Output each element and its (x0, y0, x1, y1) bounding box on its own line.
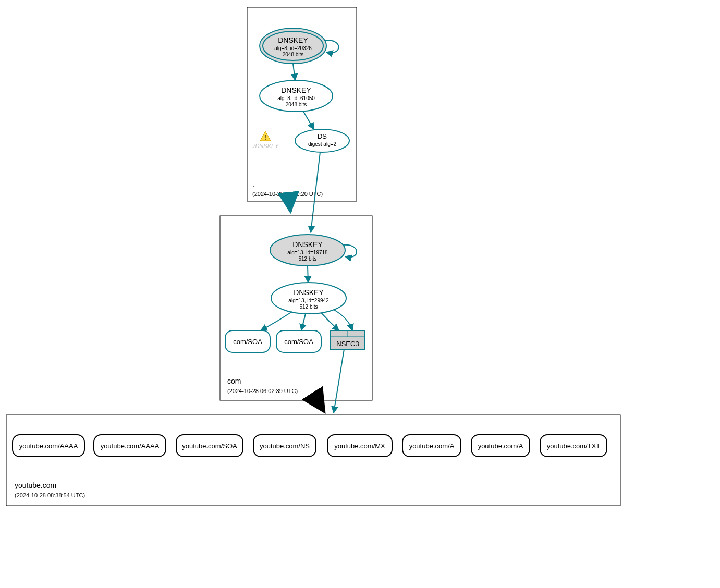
leaf-rr-1: youtube.com/AAAA (94, 435, 166, 457)
root-dnskey-ksk: DNSKEY alg=8, id=20326 2048 bits (260, 28, 326, 64)
root-ksk-l1: alg=8, id=20326 (274, 45, 312, 51)
edge-root-to-com-thick (289, 201, 290, 212)
edge-com-nsec3-to-leaf (334, 349, 344, 413)
com-nsec3-label: NSEC3 (336, 340, 359, 348)
svg-text:!: ! (264, 134, 266, 141)
com-ksk-l1: alg=13, id=19718 (287, 250, 328, 255)
com-zsk-l2: 512 bits (299, 304, 318, 310)
leaf-rr-7-label: youtube.com/TXT (547, 442, 601, 450)
leaf-rr-2-label: youtube.com/SOA (182, 442, 237, 450)
edge-com-zsk-nsec3-a (321, 313, 339, 330)
zone-leaf: youtube.com (2024-10-28 08:38:54 UTC) yo… (6, 415, 620, 506)
com-zsk-title: DNSKEY (294, 288, 324, 297)
com-ksk-title: DNSKEY (292, 240, 323, 249)
com-dnskey-ksk: DNSKEY alg=13, id=19718 512 bits (270, 235, 345, 266)
leaf-rr-6-label: youtube.com/A (478, 442, 523, 450)
leaf-rr-5-label: youtube.com/A (409, 442, 455, 450)
edge-com-to-leaf-thick (317, 400, 324, 412)
zone-com-timestamp: (2024-10-28 06:02:39 UTC) (227, 388, 298, 394)
zone-root-timestamp: (2024-10-28 06:00:20 UTC) (252, 191, 323, 197)
leaf-rr-2: youtube.com/SOA (176, 435, 243, 457)
com-zsk-l1: alg=13, id=29942 (288, 298, 329, 303)
com-dnskey-zsk: DNSKEY alg=13, id=29942 512 bits (271, 283, 346, 314)
leaf-rr-1-label: youtube.com/AAAA (101, 442, 160, 450)
edge-com-zsk-soa2 (301, 314, 306, 330)
com-nsec3: NSEC3 (331, 330, 365, 349)
leaf-rr-6: youtube.com/A (471, 435, 530, 457)
com-soa-1: com/SOA (225, 330, 270, 352)
leaf-rr-5: youtube.com/A (402, 435, 461, 457)
leaf-rr-3-label: youtube.com/NS (260, 442, 310, 450)
zone-com-name: com (227, 377, 241, 385)
root-zsk-title: DNSKEY (281, 86, 311, 94)
root-ksk-l2: 2048 bits (283, 52, 304, 57)
edge-root-zsk-ds (303, 112, 314, 129)
zone-com: com (2024-10-28 06:02:39 UTC) DNSKEY alg… (220, 216, 372, 400)
com-ksk-l2: 512 bits (298, 256, 316, 262)
warning-icon: ! (260, 131, 271, 141)
leaf-rr-0-label: youtube.com/AAAA (19, 442, 78, 450)
zone-leaf-timestamp: (2024-10-28 08:38:54 UTC) (15, 492, 85, 498)
root-ds-title: DS (318, 132, 327, 140)
zone-leaf-name: youtube.com (15, 481, 56, 489)
leaf-rr-4-label: youtube.com/MX (334, 442, 385, 450)
com-soa-1-label: com/SOA (233, 338, 262, 346)
leaf-rr-3: youtube.com/NS (253, 435, 316, 457)
com-soa-2: com/SOA (276, 330, 321, 352)
edge-com-ksk-zsk (308, 266, 308, 283)
zone-root: . (2024-10-28 06:00:20 UTC) DNSKEY alg=8… (247, 7, 357, 201)
leaf-rr-7: youtube.com/TXT (540, 435, 607, 457)
root-ksk-title: DNSKEY (278, 36, 308, 44)
warning-label: ./DNSKEY (252, 143, 279, 149)
root-zsk-l1: alg=8, id=61050 (277, 95, 315, 101)
root-dnskey-zsk: DNSKEY alg=8, id=61050 2048 bits (260, 80, 333, 112)
dnssec-diagram: . (2024-10-28 06:00:20 UTC) DNSKEY alg=8… (0, 0, 720, 588)
root-ds-l1: digest alg=2 (308, 141, 337, 147)
edge-com-zsk-soa1 (261, 312, 292, 330)
svg-rect-14 (6, 415, 620, 506)
root-zsk-l2: 2048 bits (286, 102, 307, 107)
leaf-rr-4: youtube.com/MX (327, 435, 392, 457)
leaf-rr-0: youtube.com/AAAA (13, 435, 84, 457)
com-soa-2-label: com/SOA (284, 338, 313, 346)
edge-com-zsk-nsec3-b (334, 310, 352, 330)
zone-root-name: . (252, 180, 254, 188)
edge-root-ksk-zsk (293, 64, 295, 80)
root-ds: DS digest alg=2 (295, 129, 349, 152)
